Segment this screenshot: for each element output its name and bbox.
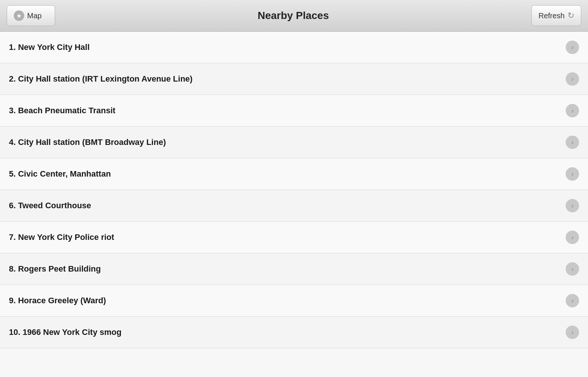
app-container: ★ Map Nearby Places Refresh ↻ 1. New Yor… (0, 0, 588, 377)
chevron-right-icon: › (566, 72, 579, 86)
list-item[interactable]: 10. 1966 New York City smog› (0, 317, 588, 348)
list-item[interactable]: 2. City Hall station (IRT Lexington Aven… (0, 63, 588, 95)
refresh-icon: ↻ (568, 11, 574, 20)
item-label: 4. City Hall station (BMT Broadway Line) (9, 137, 166, 147)
star-icon: ★ (14, 10, 24, 21)
list-item[interactable]: 9. Horace Greeley (Ward)› (0, 285, 588, 317)
item-label: 1. New York City Hall (9, 42, 90, 52)
chevron-right-icon: › (566, 231, 579, 244)
chevron-right-icon: › (566, 199, 579, 212)
chevron-right-icon: › (566, 262, 579, 276)
chevron-right-icon: › (566, 41, 579, 54)
item-label: 10. 1966 New York City smog (9, 327, 121, 337)
item-label: 9. Horace Greeley (Ward) (9, 296, 106, 305)
item-label: 8. Rogers Peet Building (9, 264, 101, 274)
page-title: Nearby Places (55, 10, 531, 22)
chevron-right-icon: › (566, 326, 579, 339)
list-item[interactable]: 6. Tweed Courthouse› (0, 190, 588, 222)
chevron-right-icon: › (566, 294, 579, 307)
chevron-right-icon: › (566, 136, 579, 149)
refresh-button[interactable]: Refresh ↻ (531, 5, 581, 26)
item-label: 3. Beach Pneumatic Transit (9, 106, 115, 115)
toolbar: ★ Map Nearby Places Refresh ↻ (0, 0, 588, 32)
list-item[interactable]: 5. Civic Center, Manhattan› (0, 158, 588, 190)
list-item[interactable]: 4. City Hall station (BMT Broadway Line)… (0, 127, 588, 158)
refresh-button-label: Refresh (539, 12, 565, 20)
list-item[interactable]: 7. New York City Police riot› (0, 222, 588, 253)
item-label: 2. City Hall station (IRT Lexington Aven… (9, 74, 192, 84)
list-item[interactable]: 1. New York City Hall› (0, 32, 588, 63)
map-button-label: Map (27, 12, 42, 20)
item-label: 6. Tweed Courthouse (9, 201, 91, 210)
list-item[interactable]: 3. Beach Pneumatic Transit› (0, 95, 588, 127)
item-label: 7. New York City Police riot (9, 232, 114, 242)
list-item[interactable]: 8. Rogers Peet Building› (0, 253, 588, 285)
map-button[interactable]: ★ Map (7, 5, 55, 26)
chevron-right-icon: › (566, 167, 579, 181)
item-label: 5. Civic Center, Manhattan (9, 169, 111, 179)
chevron-right-icon: › (566, 104, 579, 117)
places-list: 1. New York City Hall›2. City Hall stati… (0, 32, 588, 377)
